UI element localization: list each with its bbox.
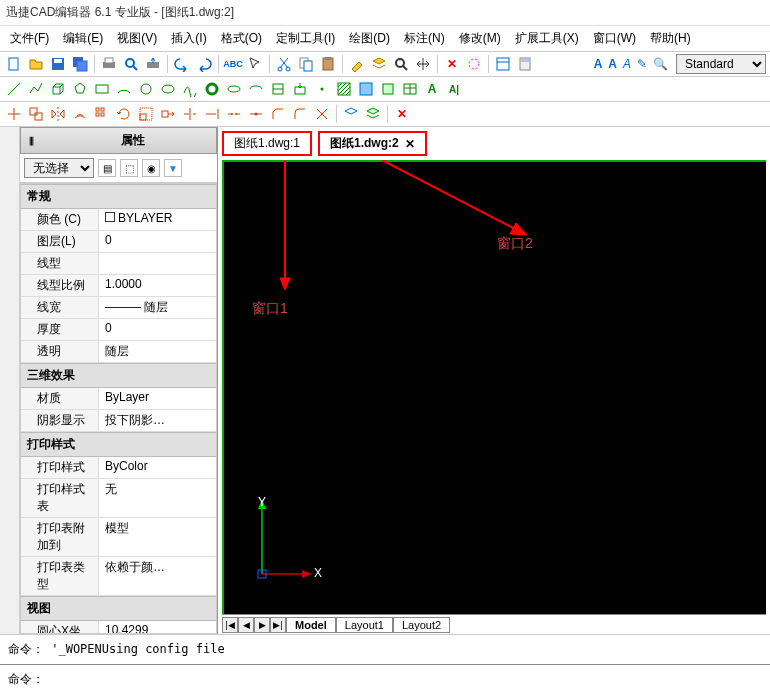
prop-value[interactable]: ByColor: [99, 457, 216, 478]
new-icon[interactable]: [4, 54, 24, 74]
donut-icon[interactable]: [202, 79, 222, 99]
table-icon[interactable]: [400, 79, 420, 99]
spell-icon[interactable]: ABC: [223, 54, 243, 74]
prop-value[interactable]: BYLAYER: [99, 209, 216, 230]
rotate-icon[interactable]: [114, 104, 134, 124]
pan-icon[interactable]: [413, 54, 433, 74]
earc-icon[interactable]: [246, 79, 266, 99]
save-icon[interactable]: [48, 54, 68, 74]
prop-row[interactable]: 打印样式表无: [21, 479, 216, 518]
layermgr-icon[interactable]: [363, 104, 383, 124]
layer-icon[interactable]: [369, 54, 389, 74]
menu-extend[interactable]: 扩展工具(X): [509, 28, 585, 49]
stretch-icon[interactable]: [158, 104, 178, 124]
prop-row[interactable]: 线型: [21, 253, 216, 275]
pick-add-icon[interactable]: ⬚: [120, 159, 138, 177]
preview-icon[interactable]: [121, 54, 141, 74]
prop-value[interactable]: 模型: [99, 518, 216, 556]
array-icon[interactable]: [92, 104, 112, 124]
spline-icon[interactable]: [180, 79, 200, 99]
text-icon[interactable]: A: [422, 79, 442, 99]
prop-value[interactable]: [99, 253, 216, 274]
tab-last-icon[interactable]: ▶|: [270, 617, 286, 633]
prop-group-header[interactable]: 常规: [21, 184, 216, 209]
text-style-select[interactable]: Standard: [676, 54, 766, 74]
prop-value[interactable]: 1.0000: [99, 275, 216, 296]
menu-insert[interactable]: 插入(I): [165, 28, 212, 49]
select-icon[interactable]: [245, 54, 265, 74]
tab-first-icon[interactable]: |◀: [222, 617, 238, 633]
layer2-icon[interactable]: [341, 104, 361, 124]
delete-icon[interactable]: ✕: [442, 54, 462, 74]
explode-icon[interactable]: [312, 104, 332, 124]
redo-icon[interactable]: [194, 54, 214, 74]
prop-row[interactable]: 打印样式ByColor: [21, 457, 216, 479]
doc-tab-1[interactable]: 图纸1.dwg:1: [222, 131, 312, 156]
offset-icon[interactable]: [70, 104, 90, 124]
prop-row[interactable]: 打印表附加到模型: [21, 518, 216, 557]
text-A2-icon[interactable]: A: [606, 57, 619, 71]
text-A-icon[interactable]: A: [592, 57, 605, 71]
print-icon[interactable]: [99, 54, 119, 74]
ellipse-icon[interactable]: [158, 79, 178, 99]
paste-icon[interactable]: [318, 54, 338, 74]
menu-file[interactable]: 文件(F): [4, 28, 55, 49]
prop-row[interactable]: 圆心X坐标10.4299: [21, 621, 216, 634]
prop-value[interactable]: 投下阴影…: [99, 410, 216, 431]
rect-icon[interactable]: [92, 79, 112, 99]
prop-row[interactable]: 材质ByLayer: [21, 388, 216, 410]
prop-value[interactable]: 0: [99, 319, 216, 340]
mirror-icon[interactable]: [48, 104, 68, 124]
cut-icon[interactable]: [274, 54, 294, 74]
select-obj-icon[interactable]: ◉: [142, 159, 160, 177]
saveall-icon[interactable]: [70, 54, 90, 74]
polygon-icon[interactable]: [70, 79, 90, 99]
prop-value[interactable]: 随层: [99, 341, 216, 362]
tab-next-icon[interactable]: ▶: [254, 617, 270, 633]
prop-row[interactable]: 线型比例1.0000: [21, 275, 216, 297]
highlight-icon[interactable]: [464, 54, 484, 74]
undo-icon[interactable]: [172, 54, 192, 74]
prop-row[interactable]: 阴影显示投下阴影…: [21, 410, 216, 432]
copy-icon[interactable]: [296, 54, 316, 74]
prop-value[interactable]: 无: [99, 479, 216, 517]
prop-row[interactable]: 打印表类型依赖于颜…: [21, 557, 216, 596]
trim-icon[interactable]: [180, 104, 200, 124]
prop-value[interactable]: 0: [99, 231, 216, 252]
prop-value[interactable]: 依赖于颜…: [99, 557, 216, 595]
calc-icon[interactable]: [515, 54, 535, 74]
props-icon[interactable]: [493, 54, 513, 74]
selection-filter[interactable]: 无选择: [24, 158, 94, 178]
prop-row[interactable]: 图层(L)0: [21, 231, 216, 253]
prop-value[interactable]: 10.4299: [99, 621, 216, 634]
chamfer-icon[interactable]: [268, 104, 288, 124]
prop-group-header[interactable]: 打印样式: [21, 432, 216, 457]
layout-tab-1[interactable]: Layout1: [336, 617, 393, 633]
command-line[interactable]: 命令：: [0, 664, 770, 694]
menu-help[interactable]: 帮助(H): [644, 28, 697, 49]
polyline-icon[interactable]: [26, 79, 46, 99]
close-icon[interactable]: ✕: [405, 137, 415, 151]
drawing-canvas[interactable]: 窗口1 窗口2 Y X: [222, 160, 766, 614]
text-edit-icon[interactable]: ✎: [635, 57, 649, 71]
region-icon[interactable]: [378, 79, 398, 99]
prop-group-header[interactable]: 三维效果: [21, 363, 216, 388]
erase-icon[interactable]: ✕: [392, 104, 412, 124]
menu-view[interactable]: 视图(V): [111, 28, 163, 49]
prop-group-header[interactable]: 视图: [21, 596, 216, 621]
box-icon[interactable]: [48, 79, 68, 99]
break-icon[interactable]: [224, 104, 244, 124]
layout-tab-2[interactable]: Layout2: [393, 617, 450, 633]
layout-tab-model[interactable]: Model: [286, 617, 336, 633]
prop-value[interactable]: ByLayer: [99, 388, 216, 409]
menu-edit[interactable]: 编辑(E): [57, 28, 109, 49]
open-icon[interactable]: [26, 54, 46, 74]
prop-value[interactable]: ——— 随层: [99, 297, 216, 318]
arc-icon[interactable]: [114, 79, 134, 99]
scale-icon[interactable]: [136, 104, 156, 124]
properties-title[interactable]: ⦀ 属性: [20, 127, 217, 154]
ellipse2-icon[interactable]: [224, 79, 244, 99]
prop-row[interactable]: 颜色 (C)BYLAYER: [21, 209, 216, 231]
properties-grid[interactable]: 常规颜色 (C)BYLAYER图层(L)0线型线型比例1.0000线宽——— 随…: [20, 183, 217, 634]
gradient-icon[interactable]: [356, 79, 376, 99]
